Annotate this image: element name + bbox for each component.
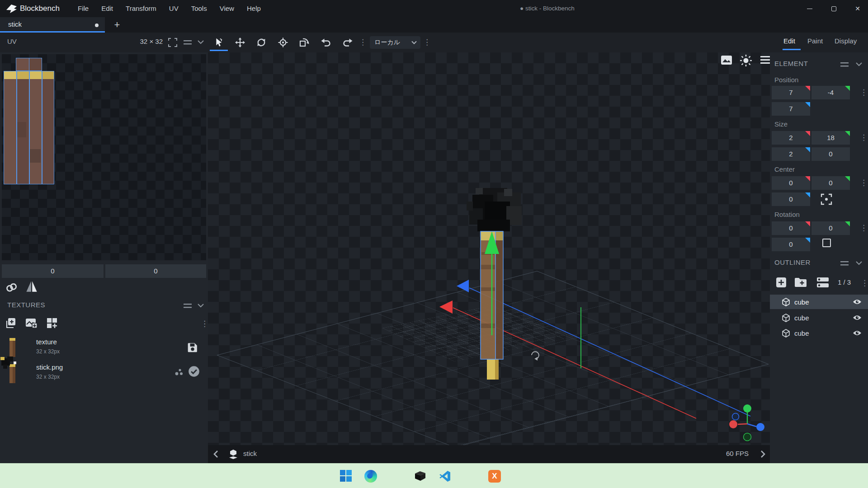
rotate-tool-button[interactable]	[255, 37, 268, 48]
texture-item-stick-png[interactable]: stick.png 32 x 32px	[0, 360, 208, 385]
uv-panel-collapse-icon[interactable]	[198, 40, 204, 44]
menu-file[interactable]: File	[71, 0, 95, 17]
center-menu[interactable]: ⋮	[860, 177, 868, 189]
tab-stick[interactable]: stick	[0, 17, 105, 33]
prev-model-chevron-icon[interactable]	[213, 450, 218, 458]
uv-panel-drag-handle-icon[interactable]	[184, 40, 192, 45]
size-menu[interactable]: ⋮	[860, 132, 868, 144]
nav-axis-gizmo[interactable]	[729, 404, 764, 441]
import-texture-icon[interactable]	[25, 318, 37, 329]
taskbar-black-box-icon[interactable]	[413, 470, 427, 482]
menu-tools[interactable]: Tools	[185, 0, 213, 17]
outliner-toggle-list-icon[interactable]	[817, 277, 829, 287]
position-menu[interactable]: ⋮	[860, 87, 868, 99]
taskbar-vscode-icon[interactable]	[439, 470, 451, 483]
particles-texture-icon[interactable]	[175, 368, 184, 377]
viewport-lighting-sun-icon[interactable]	[740, 54, 752, 67]
textures-collapse-icon[interactable]	[198, 303, 204, 308]
viewport-background-image-icon[interactable]	[721, 55, 732, 66]
nav-y-positive-ball[interactable]	[743, 404, 751, 413]
position-z-field[interactable]: 7	[772, 102, 810, 116]
texture-selected-check-icon[interactable]	[188, 366, 200, 377]
rescale-checkbox[interactable]	[822, 239, 831, 247]
outliner-overflow-menu[interactable]: ⋮	[861, 277, 868, 289]
textures-drag-handle-icon[interactable]	[184, 304, 192, 308]
pivot-tool-button[interactable]	[276, 37, 290, 48]
menu-uv[interactable]: UV	[163, 0, 185, 17]
maximize-button[interactable]	[824, 0, 844, 17]
tab-edit[interactable]: Edit	[783, 37, 795, 45]
textures-overflow-menu[interactable]: ⋮	[201, 318, 208, 330]
link-uv-icon[interactable]	[5, 281, 19, 294]
visibility-eye-icon[interactable]	[853, 330, 862, 336]
outliner-item-cube-2[interactable]: cube	[770, 311, 868, 324]
uv-editor-canvas[interactable]	[2, 54, 206, 260]
taskbar-windows-start-icon[interactable]	[340, 470, 352, 482]
model-coal-head[interactable]	[467, 188, 522, 231]
minimize-button[interactable]	[800, 0, 820, 17]
element-collapse-icon[interactable]	[856, 62, 862, 66]
menu-view[interactable]: View	[213, 0, 241, 17]
outliner-drag-handle-icon[interactable]	[840, 261, 849, 266]
create-texture-icon[interactable]	[5, 317, 16, 329]
save-texture-icon[interactable]	[187, 342, 198, 353]
center-x-field[interactable]: 0	[772, 176, 810, 190]
rotation-label: Rotation	[774, 211, 800, 218]
center-y-field[interactable]: 0	[811, 176, 850, 190]
viewport-3d-scene[interactable]	[208, 52, 770, 445]
center-pivot-icon[interactable]	[821, 193, 832, 205]
transform-space-dropdown[interactable]: ローカル	[370, 36, 420, 49]
size-z-field[interactable]: 2	[772, 147, 810, 161]
outliner-collapse-icon[interactable]	[856, 261, 862, 265]
uv-slider-y[interactable]: 0	[105, 264, 206, 278]
toolbar-overflow-menu[interactable]: ⋮	[359, 37, 367, 48]
uv-frame-icon[interactable]	[168, 38, 177, 47]
menu-help[interactable]: Help	[241, 0, 267, 17]
rotation-menu[interactable]: ⋮	[860, 222, 868, 234]
redo-button[interactable]	[341, 37, 354, 48]
taskbar-xampp-icon[interactable]: X	[488, 470, 501, 483]
axis-z-corner	[805, 102, 810, 107]
tab-paint[interactable]: Paint	[807, 37, 823, 45]
resize-tool-button[interactable]	[297, 37, 311, 48]
element-drag-handle-icon[interactable]	[840, 62, 849, 67]
texture-item-texture[interactable]: texture 32 x 32px	[0, 335, 208, 360]
nav-z-ball[interactable]	[756, 423, 764, 431]
uv-slider-x[interactable]: 0	[2, 264, 104, 278]
visibility-eye-icon[interactable]	[853, 314, 862, 321]
size-y-field[interactable]: 18	[811, 131, 850, 145]
menu-transform[interactable]: Transform	[119, 0, 163, 17]
uv-face-divider	[16, 71, 17, 184]
rotation-x-field[interactable]: 0	[772, 221, 810, 235]
toolbar-config-menu[interactable]: ⋮	[423, 37, 431, 48]
nav-y-negative-ball[interactable]	[744, 433, 751, 441]
menu-edit[interactable]: Edit	[95, 0, 119, 17]
taskbar-edge-icon[interactable]	[364, 470, 377, 483]
close-button[interactable]: ✕	[848, 0, 868, 17]
model-stick-tip[interactable]	[487, 359, 499, 380]
nav-x-ball[interactable]	[729, 420, 737, 428]
nav-z-negative-ball[interactable]	[732, 413, 739, 420]
undo-button[interactable]	[319, 37, 333, 48]
inflate-field[interactable]: 0	[811, 147, 850, 161]
center-z-field[interactable]: 0	[772, 192, 810, 206]
drag-tool-button[interactable]	[233, 37, 247, 48]
position-label: Position	[774, 76, 798, 84]
size-x-field[interactable]: 2	[772, 131, 810, 145]
add-group-icon[interactable]	[794, 277, 807, 287]
rotation-y-field[interactable]: 0	[811, 221, 850, 235]
next-model-chevron-icon[interactable]	[760, 450, 765, 458]
viewport-3d[interactable]	[208, 52, 770, 445]
new-tab-button[interactable]: +	[110, 18, 124, 32]
visibility-eye-icon[interactable]	[853, 299, 862, 305]
rotation-z-field[interactable]: 0	[772, 238, 810, 251]
outliner-item-cube-1[interactable]: cube	[770, 295, 868, 309]
outliner-item-cube-3[interactable]: cube	[770, 326, 868, 340]
position-y-field[interactable]: -4	[811, 86, 850, 99]
tab-display[interactable]: Display	[835, 37, 857, 45]
texture-grid-icon[interactable]	[46, 317, 58, 329]
add-cube-icon[interactable]	[775, 277, 787, 288]
move-tool-button[interactable]	[212, 37, 225, 48]
flip-uv-icon[interactable]	[25, 280, 38, 293]
position-x-field[interactable]: 7	[772, 86, 810, 99]
